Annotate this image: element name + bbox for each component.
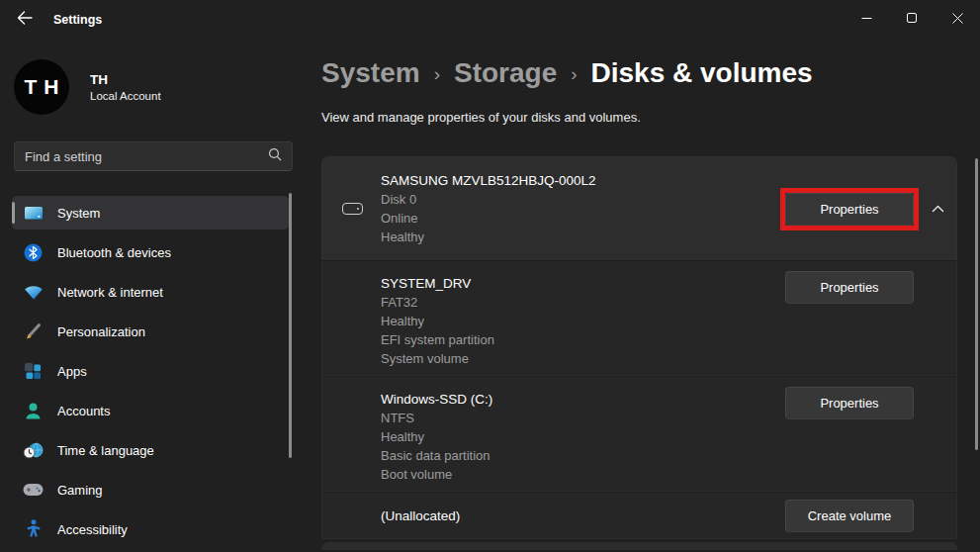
- breadcrumb-separator-icon: ›: [571, 63, 577, 85]
- sidebar-item-label: Apps: [57, 364, 87, 379]
- breadcrumb-storage[interactable]: Storage: [454, 57, 557, 89]
- personalization-icon: [23, 322, 44, 341]
- volume-properties-button[interactable]: Properties: [785, 271, 914, 304]
- search-icon: [268, 147, 282, 165]
- volume-detail: Boot volume: [381, 465, 956, 484]
- back-button[interactable]: [6, 5, 44, 35]
- sidebar-item-system[interactable]: System: [12, 196, 289, 230]
- time-language-icon: [23, 441, 44, 460]
- sidebar-item-accounts[interactable]: Accounts: [12, 394, 289, 427]
- account-type-label: Local Account: [90, 90, 161, 102]
- sidebar-scrollbar[interactable]: [289, 193, 292, 458]
- back-arrow-icon: [17, 11, 33, 29]
- user-name: TH: [90, 72, 161, 87]
- collapse-toggle[interactable]: [932, 157, 944, 260]
- sidebar-item-bluetooth-devices[interactable]: Bluetooth & devices: [12, 235, 289, 269]
- chevron-up-icon: [932, 205, 944, 213]
- breadcrumb-system[interactable]: System: [321, 57, 420, 89]
- search-input[interactable]: [25, 149, 268, 164]
- volume-detail: Basic data partition: [381, 446, 956, 465]
- sidebar-item-label: Accessibility: [57, 522, 128, 537]
- avatar: TH: [14, 59, 69, 115]
- apps-icon: [23, 362, 44, 381]
- volume-detail: EFI system partition: [381, 330, 956, 349]
- breadcrumb: System › Storage › Disks & volumes: [321, 57, 980, 89]
- disk-properties-button[interactable]: Properties: [785, 193, 914, 226]
- disk-detail: Healthy: [381, 228, 596, 246]
- create-volume-button[interactable]: Create volume: [785, 500, 914, 532]
- volume-row: SYSTEM_DRV FAT32 Healthy EFI system part…: [321, 260, 957, 376]
- disk-name: SAMSUNG MZVLB512HBJQ-000L2: [381, 171, 596, 190]
- volume-detail: Healthy: [381, 427, 956, 446]
- page-description: View and manage properties of your disks…: [321, 110, 980, 125]
- bluetooth-icon: [23, 243, 44, 262]
- disk-card[interactable]: SAMSUNG MZVLB512HBJQ-000L2 Disk 0 Online…: [321, 156, 957, 260]
- sidebar-item-label: Personalization: [57, 324, 145, 339]
- sidebar-item-label: Gaming: [57, 483, 103, 498]
- sidebar-item-accessibility[interactable]: Accessibility: [12, 512, 289, 546]
- sidebar-item-label: Bluetooth & devices: [57, 245, 171, 260]
- accounts-icon: [23, 402, 44, 420]
- sidebar-nav: System Bluetooth & devices Network & int…: [0, 196, 307, 546]
- volume-detail: System volume: [381, 349, 956, 368]
- sidebar-item-label: Accounts: [57, 404, 110, 418]
- sidebar-item-label: Network & internet: [57, 285, 163, 300]
- volume-row: Windows-SSD (C:) NTFS Healthy Basic data…: [321, 376, 957, 492]
- gaming-icon: [23, 483, 44, 497]
- accessibility-icon: [23, 519, 44, 539]
- disk-detail: Online: [381, 209, 596, 228]
- main-content: System › Storage › Disks & volumes View …: [321, 0, 980, 552]
- search-box[interactable]: [14, 141, 293, 171]
- user-profile: TH TH Local Account: [14, 59, 307, 115]
- volume-properties-button[interactable]: Properties: [785, 387, 914, 419]
- sidebar-item-network-internet[interactable]: Network & internet: [12, 275, 289, 309]
- page-title: Disks & volumes: [591, 57, 813, 89]
- red-highlight-annotation: Properties: [780, 188, 919, 230]
- network-icon: [23, 285, 44, 300]
- sidebar-item-gaming[interactable]: Gaming: [12, 473, 289, 506]
- sidebar: TH TH Local Account System Bluetooth & d…: [0, 40, 307, 552]
- next-card-partial: [321, 542, 957, 550]
- disk-icon: [342, 203, 363, 215]
- disk-list: SAMSUNG MZVLB512HBJQ-000L2 Disk 0 Online…: [321, 156, 957, 550]
- volume-detail: Healthy: [381, 312, 956, 330]
- app-title: Settings: [53, 13, 102, 27]
- main-scrollbar[interactable]: [975, 158, 978, 450]
- sidebar-item-personalization[interactable]: Personalization: [12, 315, 289, 348]
- volume-row: (Unallocated) Create volume: [321, 492, 957, 539]
- sidebar-item-time-language[interactable]: Time & language: [12, 433, 289, 467]
- system-icon: [23, 203, 44, 223]
- sidebar-item-label: Time & language: [57, 443, 154, 458]
- breadcrumb-separator-icon: ›: [434, 63, 440, 85]
- sidebar-item-label: System: [57, 206, 100, 221]
- volume-name: (Unallocated): [381, 506, 460, 525]
- sidebar-item-apps[interactable]: Apps: [12, 354, 289, 388]
- disk-detail: Disk 0: [381, 190, 596, 209]
